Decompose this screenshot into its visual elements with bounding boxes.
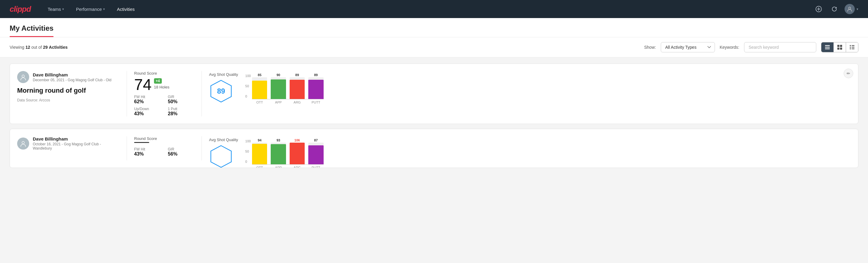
svg-rect-5 (825, 47, 830, 48)
svg-rect-13 (850, 47, 851, 48)
card-divider (127, 71, 127, 116)
user-name: Dave Billingham (33, 72, 111, 77)
arg-bar (290, 80, 305, 99)
card-user: Dave Billingham December 05, 2021 - Gog … (17, 71, 119, 83)
chart-x-labels: OTT APP ARG PUTT (252, 100, 323, 104)
score-row (134, 142, 194, 145)
view-grid-button[interactable] (834, 42, 846, 52)
activity-type-select[interactable]: All Activity Types Round Practice Lesson (661, 42, 715, 52)
svg-rect-6 (825, 49, 830, 49)
svg-rect-9 (837, 48, 839, 50)
toolbar: Viewing 12 out of 29 Activities Show: Al… (0, 37, 868, 57)
arg-value: 106 (294, 139, 300, 142)
navbar-actions: ▾ (813, 4, 858, 14)
shot-quality-section: Avg Shot Quality 89 100 50 0 (209, 71, 323, 104)
gir-stat: GIR 56% (168, 147, 194, 157)
ott-value: 94 (258, 139, 261, 142)
one-putt-stat: 1 Putt 28% (168, 107, 194, 116)
gir-label: GIR (168, 95, 194, 99)
page-header: My Activities (0, 18, 868, 37)
gir-value: 50% (168, 99, 194, 105)
brand-logo[interactable]: clippd (10, 4, 31, 14)
nav-item-activities[interactable]: Activities (112, 4, 140, 14)
app-label: APP (271, 166, 286, 168)
fw-hit-value: 62% (134, 99, 161, 105)
ott-bar (252, 144, 267, 164)
fw-hit-value: 43% (134, 151, 161, 157)
card-info: Dave Billingham October 16, 2021 - Gog M… (17, 136, 119, 154)
ott-value: 85 (258, 73, 261, 77)
performance-chevron-icon: ▾ (103, 7, 105, 11)
chart-y-axis: 100 50 0 (245, 139, 251, 168)
putt-bar (308, 145, 323, 164)
add-button[interactable] (813, 4, 824, 14)
svg-point-3 (849, 7, 851, 9)
svg-point-17 (22, 75, 24, 77)
arg-bar (290, 143, 305, 164)
chart-y-axis: 100 50 0 (245, 74, 251, 104)
stats-grid: FW Hit 62% GIR 50% Up/Down 43% 1 Putt 28… (134, 95, 194, 116)
view-list-compact-button[interactable] (822, 42, 834, 52)
data-source: Data Source: Arccos (17, 98, 119, 102)
user-date: October 16, 2021 - Gog Magog Golf Club -… (33, 142, 119, 150)
svg-rect-8 (840, 45, 842, 47)
putt-bar (308, 80, 323, 99)
putt-label: PUTT (308, 100, 323, 104)
round-score-label: Round Score (134, 136, 194, 141)
round-score-label: Round Score (134, 71, 194, 76)
view-list-detail-button[interactable] (846, 42, 858, 52)
card-divider-2 (202, 136, 202, 160)
nav-item-teams[interactable]: Teams ▾ (43, 4, 69, 14)
user-date: December 05, 2021 - Gog Magog Golf Club … (33, 78, 111, 82)
keywords-label: Keywords: (720, 45, 739, 50)
arg-label: ARG (290, 166, 305, 168)
svg-rect-15 (850, 49, 851, 49)
card-user: Dave Billingham October 16, 2021 - Gog M… (17, 136, 119, 150)
user-name: Dave Billingham (33, 136, 119, 141)
arg-value: 89 (296, 73, 299, 77)
refresh-button[interactable] (829, 4, 840, 14)
putt-label: PUTT (308, 166, 323, 168)
round-score-value: 74 (134, 77, 152, 92)
teams-chevron-icon: ▾ (62, 7, 64, 11)
viewing-count-text: Viewing 12 out of 29 Activities (10, 45, 68, 50)
user-avatar-menu[interactable]: ▾ (844, 4, 858, 14)
gir-stat: GIR 50% (168, 95, 194, 105)
updown-value: 43% (134, 111, 161, 116)
avatar-chevron-icon: ▾ (857, 7, 858, 11)
quality-left: Avg Shot Quality (209, 138, 238, 168)
shot-quality-hexagon (209, 144, 233, 168)
updown-stat: Up/Down 43% (134, 107, 161, 116)
holes-value: 18 Holes (154, 85, 169, 89)
activity-card: Dave Billingham October 16, 2021 - Gog M… (10, 129, 858, 168)
fw-hit-label: FW Hit (134, 147, 161, 151)
user-avatar (17, 138, 29, 150)
chart-x-labels: OTT APP ARG PUTT (252, 166, 323, 168)
view-toggle (821, 42, 858, 52)
ott-label: OTT (252, 166, 267, 168)
app-bar (271, 80, 286, 99)
avg-shot-quality-label: Avg Shot Quality (209, 138, 238, 142)
app-value: 93 (276, 139, 280, 142)
ott-bar (252, 81, 267, 99)
user-details: Dave Billingham October 16, 2021 - Gog M… (33, 136, 119, 150)
ott-label: OTT (252, 100, 267, 104)
one-putt-value: 28% (168, 111, 194, 116)
page-title: My Activities (10, 18, 54, 36)
shot-quality-section: Avg Shot Quality 100 50 0 (209, 136, 323, 168)
keywords-input[interactable] (744, 42, 816, 52)
user-details: Dave Billingham December 05, 2021 - Gog … (33, 72, 111, 82)
hexagon-container (209, 144, 233, 168)
gir-value: 56% (168, 151, 194, 157)
card-divider (127, 136, 127, 160)
navbar: clippd Teams ▾ Performance ▾ Activities (0, 0, 868, 18)
round-score-section: Round Score FW Hit 43% GIR 56% (134, 136, 194, 157)
gir-label: GIR (168, 147, 194, 151)
putt-value: 87 (314, 139, 318, 142)
edit-button[interactable]: ✏ (844, 68, 853, 78)
svg-rect-4 (825, 45, 830, 46)
svg-rect-16 (852, 49, 855, 49)
updown-label: Up/Down (134, 107, 161, 111)
svg-point-19 (22, 141, 24, 144)
nav-item-performance[interactable]: Performance ▾ (71, 4, 110, 14)
